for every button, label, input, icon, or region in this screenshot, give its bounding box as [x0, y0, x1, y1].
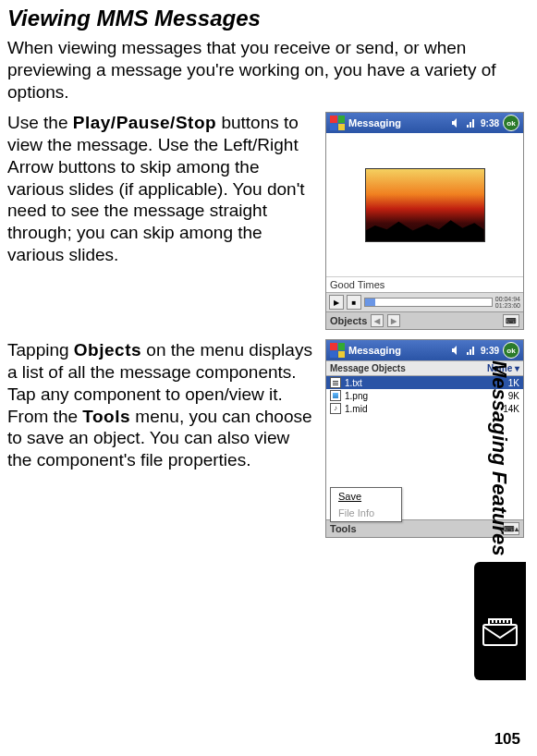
header-left: Message Objects [330, 363, 406, 373]
svg-rect-0 [467, 125, 469, 128]
p2-bold-1: Objects [74, 340, 141, 360]
context-menu: Save File Info [330, 487, 402, 522]
slide-caption: Good Times [326, 276, 523, 292]
slide-image [365, 168, 485, 242]
time-readout: 00:04:94 01:23:60 [495, 296, 520, 309]
intro-paragraph: When viewing messages that you receive o… [7, 37, 524, 103]
svg-rect-1 [470, 122, 471, 128]
menu-file-info[interactable]: File Info [331, 505, 401, 521]
svg-rect-5 [472, 347, 474, 355]
playback-bar: ▶ ■ 00:04:94 01:23:60 [326, 292, 523, 311]
p1-text-b: buttons to view the message. Use the Lef… [7, 113, 305, 264]
svg-rect-2 [472, 119, 474, 128]
clock: 9:38 [481, 118, 499, 128]
ok-button[interactable]: ok [503, 115, 519, 131]
slide-area [326, 133, 523, 276]
ok-button[interactable]: ok [503, 342, 519, 359]
p2-text-a: Tapping [7, 340, 74, 360]
app-title: Messaging [348, 117, 401, 128]
signal-icon[interactable] [466, 345, 477, 356]
messaging-icon [480, 616, 520, 645]
page-number: 105 [494, 730, 520, 749]
menu-save[interactable]: Save [331, 488, 401, 505]
section-heading: Viewing MMS Messages [7, 6, 524, 31]
p1-bold: Play/Pause/Stop [73, 113, 216, 132]
progress-bar[interactable] [364, 298, 493, 307]
stop-button[interactable]: ■ [347, 295, 361, 310]
bottom-bar: Objects ◀ ▶ ⌨ [326, 311, 523, 329]
keyboard-toggle[interactable]: ⌨ [503, 314, 519, 327]
paragraph-1: Use the Play/Pause/Stop buttons to view … [7, 112, 312, 330]
audio-file-icon [330, 403, 341, 414]
p2-bold-2: Tools [82, 407, 130, 426]
app-title: Messaging [348, 345, 401, 356]
image-file-icon [330, 390, 341, 401]
text-file-icon [330, 377, 341, 388]
svg-rect-6 [483, 625, 517, 645]
svg-rect-4 [470, 349, 471, 355]
signal-icon[interactable] [466, 117, 477, 128]
file-name: 1.mid [345, 404, 367, 414]
section-tab-label: Messaging Features [487, 360, 511, 556]
play-button[interactable]: ▶ [329, 295, 344, 310]
objects-menu[interactable]: Objects [330, 315, 367, 326]
file-name: 1.txt [345, 378, 362, 388]
titlebar: Messaging 9:39 ok [326, 340, 523, 360]
svg-rect-3 [467, 352, 469, 355]
speaker-icon[interactable] [451, 345, 462, 356]
screenshot-1: Messaging 9:38 ok Good Times ▶ ■ 00:04 [325, 112, 524, 330]
paragraph-2: Tapping Objects on the menu displays a l… [7, 339, 312, 538]
clock: 9:39 [481, 346, 499, 356]
next-slide-button[interactable]: ▶ [387, 314, 400, 327]
file-name: 1.png [345, 391, 368, 401]
start-icon[interactable] [330, 343, 345, 358]
tools-menu[interactable]: Tools [330, 523, 357, 534]
speaker-icon[interactable] [451, 117, 462, 128]
start-icon[interactable] [330, 116, 345, 130]
p1-text-a: Use the [7, 113, 73, 132]
titlebar: Messaging 9:38 ok [326, 113, 523, 133]
prev-slide-button[interactable]: ◀ [371, 314, 384, 327]
